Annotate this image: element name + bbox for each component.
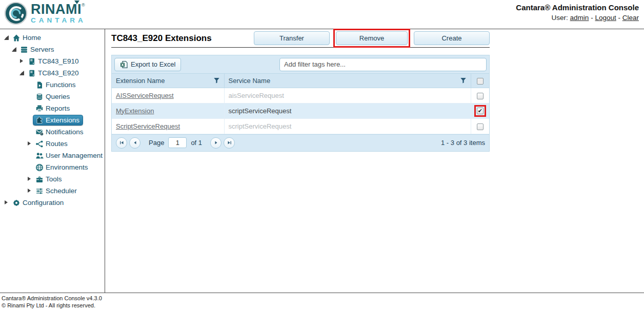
previous-page-button[interactable] xyxy=(129,137,140,149)
extension-name-link[interactable]: ScriptServiceRequest xyxy=(116,122,180,130)
sidebar-item-queries[interactable]: Queries xyxy=(0,91,105,102)
brand-name: RINAMI xyxy=(31,3,82,16)
routes-icon xyxy=(35,140,44,148)
row-checkbox[interactable] xyxy=(477,123,484,130)
tree-expand-arrow-icon[interactable] xyxy=(26,188,33,194)
user-name-link[interactable]: admin xyxy=(570,14,589,22)
user-management-icon xyxy=(35,152,44,160)
table-row[interactable]: ScriptServiceRequest scriptServiceReques… xyxy=(112,118,489,134)
excel-icon xyxy=(120,60,128,69)
configuration-icon xyxy=(12,199,21,207)
create-button[interactable]: Create xyxy=(414,31,490,45)
logout-link[interactable]: Logout xyxy=(595,14,616,22)
footer-version-text: Cantara® Administration Console v4.3.0 xyxy=(2,295,644,302)
row-checkbox[interactable] xyxy=(477,93,484,99)
tree-collapse-arrow-icon[interactable] xyxy=(18,70,25,76)
scheduler-icon xyxy=(35,187,44,195)
brand-triangle-mark xyxy=(74,1,79,4)
tree-expand-arrow-icon[interactable] xyxy=(18,58,25,65)
sidebar-item-environments[interactable]: Environments xyxy=(0,161,105,173)
tree-expand-arrow-icon[interactable] xyxy=(3,199,10,206)
table-header-row: Extension Name Service Name xyxy=(112,74,489,88)
sidebar-item-notifications[interactable]: Notifications xyxy=(0,126,105,138)
tree-arrow-placeholder xyxy=(26,93,33,100)
select-all-checkbox[interactable] xyxy=(477,78,484,85)
tree-arrow-placeholder xyxy=(26,164,33,171)
footer-copyright-text: © Rinami Pty Ltd - All rights reserved. xyxy=(2,302,644,309)
sidebar-item-home[interactable]: Home xyxy=(0,32,105,44)
sidebar-item-scheduler[interactable]: Scheduler xyxy=(0,185,105,197)
service-name-text: scriptServiceRequest xyxy=(229,122,292,130)
sidebar-item-extensions[interactable]: Extensions xyxy=(0,114,105,126)
sidebar-item-label: TC843_E920 xyxy=(38,69,79,77)
footer: Cantara® Administration Console v4.3.0 ©… xyxy=(0,293,644,309)
sidebar-item-tools[interactable]: Tools xyxy=(0,173,105,185)
sidebar-item-label: Routes xyxy=(46,140,68,148)
sidebar-item-configuration[interactable]: Configuration xyxy=(0,197,105,209)
column-header-extension-name: Extension Name xyxy=(116,77,165,85)
export-to-excel-button[interactable]: Export to Excel xyxy=(114,58,181,71)
table-row[interactable]: MyExtension scriptServiceRequest xyxy=(112,103,489,118)
sidebar-item-label: Scheduler xyxy=(46,187,77,195)
sidebar-item-tc843-e920[interactable]: TC843_E920 xyxy=(0,67,105,79)
transfer-button[interactable]: Transfer xyxy=(254,31,330,45)
logo-link[interactable]: RINAMI ® CANTARA xyxy=(4,2,86,25)
sidebar-item-label: Functions xyxy=(46,81,76,89)
sidebar-item-label: Environments xyxy=(46,163,88,171)
tree-collapse-arrow-icon[interactable] xyxy=(11,46,17,53)
sidebar-item-functions[interactable]: Functions xyxy=(0,79,105,91)
page-title: TC843_E920 Extensions xyxy=(111,33,254,44)
sidebar-item-user-management[interactable]: User Management xyxy=(0,150,105,161)
next-page-button[interactable] xyxy=(210,137,222,149)
tree-arrow-placeholder xyxy=(26,81,33,88)
items-count-text: 1 - 3 of 3 items xyxy=(441,139,485,147)
annotation-checkbox-highlight xyxy=(474,105,486,117)
servers-icon xyxy=(19,46,28,54)
extensions-table: Extension Name Service Name AISServiceRe… xyxy=(112,74,489,134)
filter-funnel-icon[interactable] xyxy=(213,77,220,84)
last-page-button[interactable] xyxy=(224,137,235,149)
sidebar-item-reports[interactable]: Reports xyxy=(0,102,105,114)
functions-icon xyxy=(35,81,44,89)
filter-tags-input[interactable] xyxy=(279,58,487,71)
extension-name-link[interactable]: MyExtension xyxy=(116,107,154,115)
sidebar-item-label: TC843_E910 xyxy=(38,57,79,65)
page-number-input[interactable] xyxy=(168,137,187,148)
filter-funnel-icon[interactable] xyxy=(460,77,467,84)
first-page-button[interactable] xyxy=(116,137,127,149)
tree-arrow-placeholder xyxy=(26,117,33,123)
sidebar-item-label: Queries xyxy=(46,93,70,100)
user-row: User: admin - Logout - Clear xyxy=(516,14,639,22)
queries-icon xyxy=(35,93,44,101)
previous-page-icon xyxy=(132,140,138,146)
sidebar-tree: Home Servers TC843_E910 TC843_E920 Funct xyxy=(0,29,105,293)
notifications-icon xyxy=(35,128,44,136)
sidebar-item-label: Servers xyxy=(30,46,54,53)
rinami-logo-icon xyxy=(4,2,28,25)
sidebar-item-label: Tools xyxy=(46,175,62,183)
user-label: User: xyxy=(552,14,568,22)
table-row[interactable]: AISServiceRequest aisServiceRequest xyxy=(112,88,489,103)
clear-link[interactable]: Clear xyxy=(622,14,639,22)
tree-expand-arrow-icon[interactable] xyxy=(26,140,33,147)
reports-icon xyxy=(35,105,44,113)
tree-collapse-arrow-icon[interactable] xyxy=(3,34,10,41)
extensions-grid: Export to Excel Extension Name Service N… xyxy=(111,55,490,152)
last-page-icon xyxy=(227,140,232,146)
sidebar-item-tc843-e910[interactable]: TC843_E910 xyxy=(0,55,105,67)
extension-name-link[interactable]: AISServiceRequest xyxy=(116,92,174,99)
tree-arrow-placeholder xyxy=(26,105,33,112)
first-page-icon xyxy=(119,140,125,146)
main-header: TC843_E920 Extensions Transfer Remove Cr… xyxy=(111,29,490,48)
tree-arrow-placeholder xyxy=(26,152,33,159)
row-checkbox[interactable] xyxy=(477,108,484,114)
sidebar-item-label: User Management xyxy=(46,152,103,159)
remove-button[interactable]: Remove xyxy=(336,31,408,45)
tree-expand-arrow-icon[interactable] xyxy=(26,176,33,182)
service-name-text: aisServiceRequest xyxy=(229,92,284,99)
server-icon xyxy=(27,69,36,77)
sidebar-item-routes[interactable]: Routes xyxy=(0,138,105,150)
export-to-excel-label: Export to Excel xyxy=(131,60,175,68)
sidebar-item-servers[interactable]: Servers xyxy=(0,44,105,55)
next-page-icon xyxy=(213,140,219,146)
